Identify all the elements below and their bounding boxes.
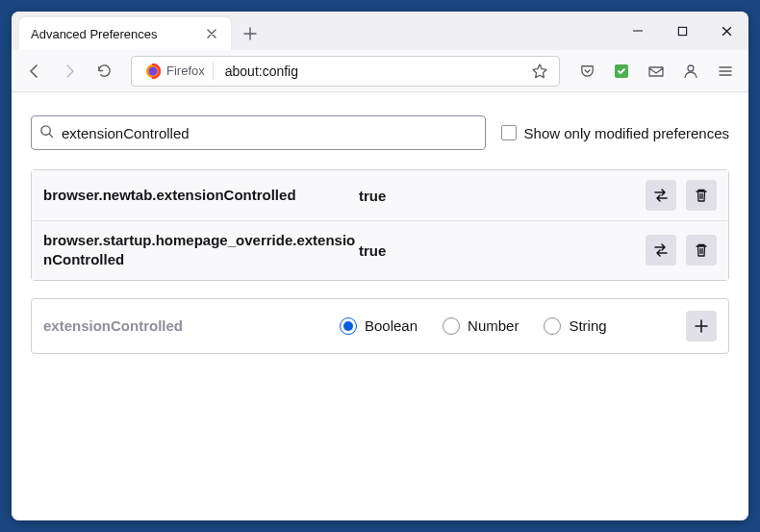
tab-title: Advanced Preferences [31, 27, 194, 41]
account-icon[interactable] [675, 56, 706, 87]
show-modified-checkbox[interactable]: Show only modified preferences [501, 125, 729, 141]
pocket-icon[interactable] [571, 56, 602, 87]
toggle-button[interactable] [646, 180, 676, 211]
pref-actions [646, 180, 717, 211]
radio-icon [443, 317, 460, 335]
radio-text: Number [468, 317, 519, 334]
tab-strip: Advanced Preferences [12, 12, 616, 50]
svg-point-5 [41, 125, 50, 134]
svg-point-4 [688, 65, 694, 71]
tab-active[interactable]: Advanced Preferences [19, 17, 231, 50]
svg-point-2 [149, 66, 158, 75]
radio-string[interactable]: String [544, 317, 606, 335]
toggle-button[interactable] [646, 235, 676, 266]
delete-button[interactable] [686, 235, 717, 266]
radio-text: Boolean [365, 317, 418, 334]
forward-button[interactable] [54, 56, 85, 87]
radio-text: String [569, 317, 606, 334]
table-row[interactable]: browser.newtab.extensionControlled true [32, 170, 728, 221]
pref-name: browser.startup.homepage_override.extens… [43, 231, 359, 270]
radio-boolean[interactable]: Boolean [340, 317, 418, 335]
url-bar[interactable]: Firefox about:config [131, 56, 560, 87]
menu-button[interactable] [710, 56, 741, 87]
search-input[interactable] [62, 125, 477, 141]
search-row: Show only modified preferences [31, 115, 729, 150]
firefox-icon [145, 63, 161, 79]
new-tab-button[interactable] [237, 20, 264, 47]
new-pref-name: extensionControlled [43, 317, 332, 334]
bookmark-star-icon[interactable] [526, 58, 553, 85]
delete-button[interactable] [686, 180, 717, 211]
minimize-button[interactable] [616, 12, 660, 50]
svg-rect-0 [678, 27, 686, 35]
window-controls [616, 12, 748, 50]
type-radio-group: Boolean Number String [340, 317, 678, 335]
results-table: browser.newtab.extensionControlled true … [31, 169, 729, 281]
identity-label: Firefox [166, 63, 205, 78]
inbox-icon[interactable] [641, 56, 671, 87]
search-icon [39, 124, 54, 142]
checkbox-icon [501, 125, 517, 140]
extension-icon[interactable] [606, 56, 637, 87]
radio-icon [544, 317, 561, 335]
search-box[interactable] [31, 115, 486, 150]
close-icon[interactable] [204, 26, 219, 41]
back-button[interactable] [19, 56, 50, 87]
table-row[interactable]: browser.startup.homepage_override.extens… [32, 221, 728, 280]
radio-number[interactable]: Number [443, 317, 519, 335]
url-text[interactable]: about:config [219, 63, 520, 79]
pref-name: browser.newtab.extensionControlled [43, 186, 359, 205]
titlebar: Advanced Preferences [12, 12, 748, 50]
nav-toolbar: Firefox about:config [12, 50, 748, 92]
maximize-button[interactable] [660, 12, 704, 50]
close-window-button[interactable] [704, 12, 748, 50]
about-config-content: Show only modified preferences browser.n… [12, 92, 748, 520]
browser-window: Advanced Preferences [12, 12, 748, 520]
new-pref-row: extensionControlled Boolean Number Strin… [31, 298, 729, 354]
pref-value: true [359, 188, 646, 204]
pref-value: true [359, 242, 646, 259]
pref-actions [646, 235, 717, 266]
reload-button[interactable] [89, 56, 119, 87]
identity-box[interactable]: Firefox [138, 62, 214, 81]
radio-icon [340, 317, 357, 335]
checkbox-text: Show only modified preferences [524, 125, 729, 141]
add-button[interactable] [686, 311, 717, 342]
